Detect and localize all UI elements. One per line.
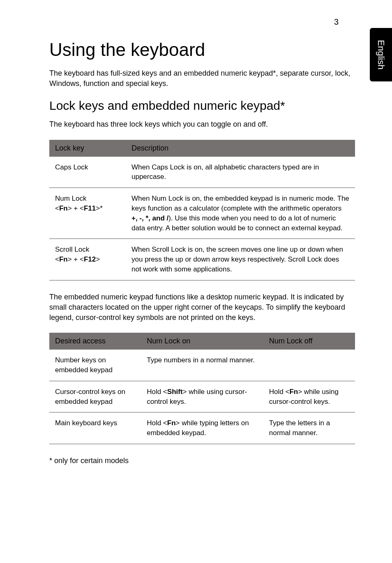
lock-key-desc: When Scroll Lock is on, the screen moves… [126, 239, 355, 280]
section-heading: Lock keys and embedded numeric keypad* [49, 99, 355, 113]
intro-text: The keyboard has full-sized keys and an … [49, 68, 355, 89]
table-row: Number keys on embedded keypad Type numb… [49, 350, 355, 381]
lock-key-name: Num Lock <Fn> + <F11>* [49, 188, 126, 239]
lock-key-name: Caps Lock [49, 157, 126, 188]
access-cell: Type numbers in a normal manner. [141, 350, 263, 381]
page-number: 3 [334, 17, 339, 27]
access-cell: Hold <Shift> while using cursor-control … [141, 381, 263, 412]
table-header: Num Lock on [141, 333, 263, 350]
language-tab: English [370, 28, 392, 81]
access-cell: Main keyboard keys [49, 412, 141, 444]
table-header: Lock key [49, 140, 126, 157]
table-header: Num Lock off [263, 333, 355, 350]
table-row: Num Lock <Fn> + <F11>* When Num Lock is … [49, 188, 355, 239]
access-cell [263, 350, 355, 381]
table-header: Desired access [49, 333, 141, 350]
access-table: Desired access Num Lock on Num Lock off … [49, 333, 355, 444]
table-row: Main keyboard keys Hold <Fn> while typin… [49, 412, 355, 444]
lock-keys-table: Lock key Description Caps Lock When Caps… [49, 140, 355, 280]
access-cell: Number keys on embedded keypad [49, 350, 141, 381]
lock-key-desc: When Caps Lock is on, all alphabetic cha… [126, 157, 355, 188]
mid-paragraph: The embedded numeric keypad functions li… [49, 292, 355, 323]
access-cell: Hold <Fn> while typing letters on embedd… [141, 412, 263, 444]
table-row: Caps Lock When Caps Lock is on, all alph… [49, 157, 355, 188]
lock-key-name: Scroll Lock <Fn> + <F12> [49, 239, 126, 280]
access-cell: Type the letters in a normal manner. [263, 412, 355, 444]
access-cell: Hold <Fn> while using cursor-control key… [263, 381, 355, 412]
section-intro: The keyboard has three lock keys which y… [49, 119, 355, 130]
page-title: Using the keyboard [49, 39, 355, 60]
footnote: * only for certain models [49, 456, 355, 466]
table-row: Scroll Lock <Fn> + <F12> When Scroll Loc… [49, 239, 355, 280]
table-row: Cursor-control keys on embedded keypad H… [49, 381, 355, 412]
table-header: Description [126, 140, 355, 157]
access-cell: Cursor-control keys on embedded keypad [49, 381, 141, 412]
lock-key-desc: When Num Lock is on, the embedded keypad… [126, 188, 355, 239]
